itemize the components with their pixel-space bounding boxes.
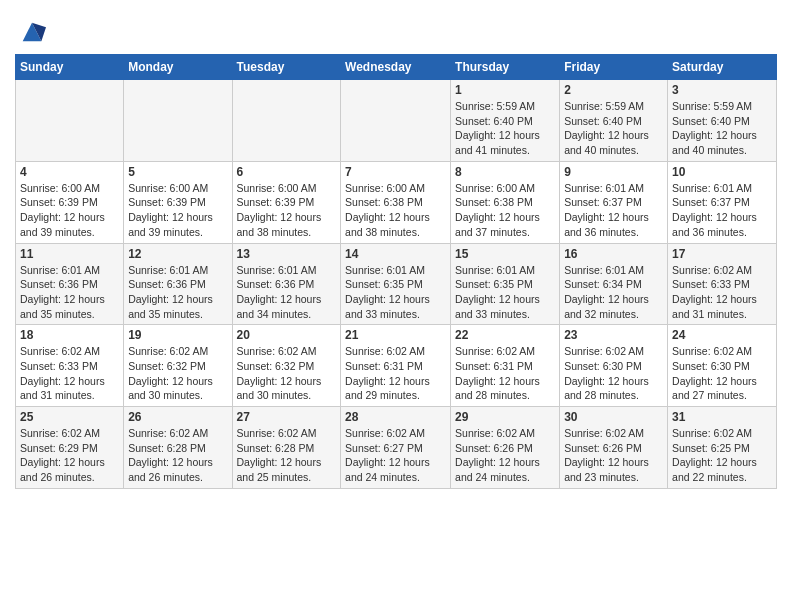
calendar-cell: 8Sunrise: 6:00 AM Sunset: 6:38 PM Daylig…: [451, 161, 560, 243]
calendar-cell: 9Sunrise: 6:01 AM Sunset: 6:37 PM Daylig…: [560, 161, 668, 243]
weekday-header-saturday: Saturday: [668, 55, 777, 80]
day-info: Sunrise: 6:02 AM Sunset: 6:30 PM Dayligh…: [672, 344, 772, 403]
calendar-cell: 17Sunrise: 6:02 AM Sunset: 6:33 PM Dayli…: [668, 243, 777, 325]
page-header: [15, 10, 777, 46]
day-number: 24: [672, 328, 772, 342]
day-number: 25: [20, 410, 119, 424]
calendar-header: SundayMondayTuesdayWednesdayThursdayFrid…: [16, 55, 777, 80]
calendar-cell: 31Sunrise: 6:02 AM Sunset: 6:25 PM Dayli…: [668, 407, 777, 489]
weekday-header-monday: Monday: [124, 55, 232, 80]
calendar-cell: 1Sunrise: 5:59 AM Sunset: 6:40 PM Daylig…: [451, 80, 560, 162]
day-info: Sunrise: 6:01 AM Sunset: 6:37 PM Dayligh…: [672, 181, 772, 240]
day-info: Sunrise: 6:01 AM Sunset: 6:35 PM Dayligh…: [455, 263, 555, 322]
calendar-cell: 29Sunrise: 6:02 AM Sunset: 6:26 PM Dayli…: [451, 407, 560, 489]
day-info: Sunrise: 6:01 AM Sunset: 6:37 PM Dayligh…: [564, 181, 663, 240]
calendar-cell: 2Sunrise: 5:59 AM Sunset: 6:40 PM Daylig…: [560, 80, 668, 162]
calendar-cell: 25Sunrise: 6:02 AM Sunset: 6:29 PM Dayli…: [16, 407, 124, 489]
day-number: 6: [237, 165, 337, 179]
day-info: Sunrise: 6:00 AM Sunset: 6:39 PM Dayligh…: [20, 181, 119, 240]
day-number: 23: [564, 328, 663, 342]
calendar-week-row: 1Sunrise: 5:59 AM Sunset: 6:40 PM Daylig…: [16, 80, 777, 162]
day-number: 30: [564, 410, 663, 424]
calendar-cell: 11Sunrise: 6:01 AM Sunset: 6:36 PM Dayli…: [16, 243, 124, 325]
day-info: Sunrise: 6:01 AM Sunset: 6:36 PM Dayligh…: [237, 263, 337, 322]
weekday-header-friday: Friday: [560, 55, 668, 80]
day-number: 13: [237, 247, 337, 261]
day-number: 28: [345, 410, 446, 424]
day-number: 31: [672, 410, 772, 424]
day-number: 8: [455, 165, 555, 179]
day-info: Sunrise: 6:02 AM Sunset: 6:30 PM Dayligh…: [564, 344, 663, 403]
calendar-cell: 26Sunrise: 6:02 AM Sunset: 6:28 PM Dayli…: [124, 407, 232, 489]
calendar-week-row: 25Sunrise: 6:02 AM Sunset: 6:29 PM Dayli…: [16, 407, 777, 489]
calendar-cell: 23Sunrise: 6:02 AM Sunset: 6:30 PM Dayli…: [560, 325, 668, 407]
day-number: 15: [455, 247, 555, 261]
day-info: Sunrise: 6:02 AM Sunset: 6:31 PM Dayligh…: [455, 344, 555, 403]
calendar-cell: 21Sunrise: 6:02 AM Sunset: 6:31 PM Dayli…: [341, 325, 451, 407]
day-number: 18: [20, 328, 119, 342]
day-info: Sunrise: 6:02 AM Sunset: 6:25 PM Dayligh…: [672, 426, 772, 485]
calendar-cell: 20Sunrise: 6:02 AM Sunset: 6:32 PM Dayli…: [232, 325, 341, 407]
day-number: 26: [128, 410, 227, 424]
logo-icon: [18, 18, 46, 46]
day-info: Sunrise: 6:01 AM Sunset: 6:36 PM Dayligh…: [128, 263, 227, 322]
day-number: 2: [564, 83, 663, 97]
day-number: 11: [20, 247, 119, 261]
calendar-cell: [341, 80, 451, 162]
calendar-body: 1Sunrise: 5:59 AM Sunset: 6:40 PM Daylig…: [16, 80, 777, 489]
day-info: Sunrise: 6:02 AM Sunset: 6:26 PM Dayligh…: [564, 426, 663, 485]
calendar-week-row: 11Sunrise: 6:01 AM Sunset: 6:36 PM Dayli…: [16, 243, 777, 325]
calendar-week-row: 18Sunrise: 6:02 AM Sunset: 6:33 PM Dayli…: [16, 325, 777, 407]
day-number: 12: [128, 247, 227, 261]
day-number: 20: [237, 328, 337, 342]
day-number: 27: [237, 410, 337, 424]
calendar-cell: 4Sunrise: 6:00 AM Sunset: 6:39 PM Daylig…: [16, 161, 124, 243]
calendar-cell: 3Sunrise: 5:59 AM Sunset: 6:40 PM Daylig…: [668, 80, 777, 162]
calendar-cell: 24Sunrise: 6:02 AM Sunset: 6:30 PM Dayli…: [668, 325, 777, 407]
day-info: Sunrise: 6:02 AM Sunset: 6:33 PM Dayligh…: [20, 344, 119, 403]
calendar-cell: [16, 80, 124, 162]
day-number: 17: [672, 247, 772, 261]
calendar-week-row: 4Sunrise: 6:00 AM Sunset: 6:39 PM Daylig…: [16, 161, 777, 243]
weekday-header-wednesday: Wednesday: [341, 55, 451, 80]
day-number: 29: [455, 410, 555, 424]
calendar-cell: [124, 80, 232, 162]
day-info: Sunrise: 6:02 AM Sunset: 6:27 PM Dayligh…: [345, 426, 446, 485]
calendar-cell: 6Sunrise: 6:00 AM Sunset: 6:39 PM Daylig…: [232, 161, 341, 243]
day-info: Sunrise: 6:02 AM Sunset: 6:29 PM Dayligh…: [20, 426, 119, 485]
day-info: Sunrise: 6:02 AM Sunset: 6:28 PM Dayligh…: [128, 426, 227, 485]
day-info: Sunrise: 5:59 AM Sunset: 6:40 PM Dayligh…: [672, 99, 772, 158]
day-info: Sunrise: 6:02 AM Sunset: 6:26 PM Dayligh…: [455, 426, 555, 485]
day-number: 4: [20, 165, 119, 179]
day-info: Sunrise: 5:59 AM Sunset: 6:40 PM Dayligh…: [455, 99, 555, 158]
day-info: Sunrise: 6:02 AM Sunset: 6:33 PM Dayligh…: [672, 263, 772, 322]
weekday-header-sunday: Sunday: [16, 55, 124, 80]
calendar-cell: 16Sunrise: 6:01 AM Sunset: 6:34 PM Dayli…: [560, 243, 668, 325]
calendar-cell: 12Sunrise: 6:01 AM Sunset: 6:36 PM Dayli…: [124, 243, 232, 325]
calendar-cell: 14Sunrise: 6:01 AM Sunset: 6:35 PM Dayli…: [341, 243, 451, 325]
day-number: 9: [564, 165, 663, 179]
calendar-cell: [232, 80, 341, 162]
day-number: 14: [345, 247, 446, 261]
day-number: 5: [128, 165, 227, 179]
day-info: Sunrise: 6:02 AM Sunset: 6:31 PM Dayligh…: [345, 344, 446, 403]
day-info: Sunrise: 6:01 AM Sunset: 6:36 PM Dayligh…: [20, 263, 119, 322]
calendar-cell: 13Sunrise: 6:01 AM Sunset: 6:36 PM Dayli…: [232, 243, 341, 325]
calendar-cell: 18Sunrise: 6:02 AM Sunset: 6:33 PM Dayli…: [16, 325, 124, 407]
calendar-cell: 22Sunrise: 6:02 AM Sunset: 6:31 PM Dayli…: [451, 325, 560, 407]
calendar-cell: 10Sunrise: 6:01 AM Sunset: 6:37 PM Dayli…: [668, 161, 777, 243]
day-number: 10: [672, 165, 772, 179]
calendar-cell: 19Sunrise: 6:02 AM Sunset: 6:32 PM Dayli…: [124, 325, 232, 407]
day-info: Sunrise: 6:02 AM Sunset: 6:32 PM Dayligh…: [128, 344, 227, 403]
day-number: 22: [455, 328, 555, 342]
day-info: Sunrise: 6:02 AM Sunset: 6:28 PM Dayligh…: [237, 426, 337, 485]
calendar-cell: 7Sunrise: 6:00 AM Sunset: 6:38 PM Daylig…: [341, 161, 451, 243]
weekday-header-tuesday: Tuesday: [232, 55, 341, 80]
weekday-header-thursday: Thursday: [451, 55, 560, 80]
calendar-cell: 30Sunrise: 6:02 AM Sunset: 6:26 PM Dayli…: [560, 407, 668, 489]
day-info: Sunrise: 6:00 AM Sunset: 6:38 PM Dayligh…: [345, 181, 446, 240]
weekday-header-row: SundayMondayTuesdayWednesdayThursdayFrid…: [16, 55, 777, 80]
day-info: Sunrise: 6:00 AM Sunset: 6:39 PM Dayligh…: [128, 181, 227, 240]
day-info: Sunrise: 5:59 AM Sunset: 6:40 PM Dayligh…: [564, 99, 663, 158]
day-number: 19: [128, 328, 227, 342]
